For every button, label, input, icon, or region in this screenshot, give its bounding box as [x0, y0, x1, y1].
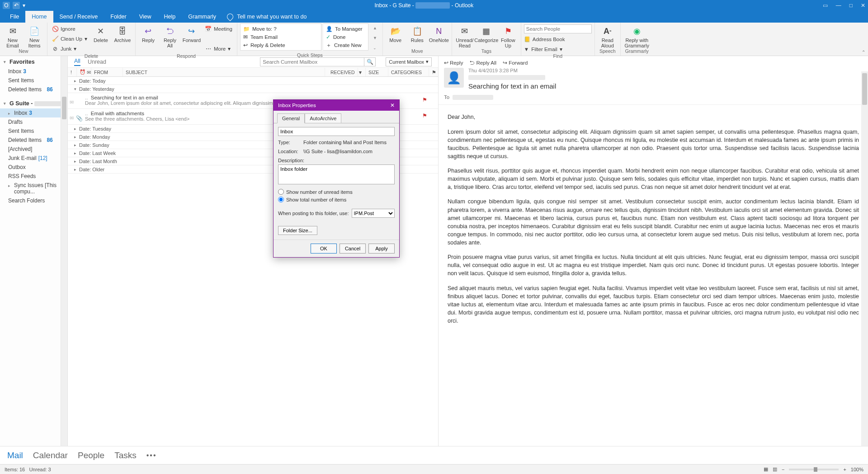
reading-forward-button[interactable]: ↪Forward: [503, 60, 528, 66]
ignore-button[interactable]: 🚫Ignore: [50, 24, 89, 33]
archive-button[interactable]: 🗄Archive: [113, 23, 132, 43]
tab-file[interactable]: File: [4, 11, 25, 23]
search-scope-dropdown[interactable]: Current Mailbox▾: [386, 57, 432, 66]
col-flag[interactable]: ⚑: [429, 68, 438, 76]
col-icon[interactable]: ✉: [84, 68, 91, 76]
reply-grammarly-button[interactable]: ◉Reply with Grammarly: [623, 23, 651, 48]
tab-help[interactable]: Help: [158, 11, 182, 23]
more-button[interactable]: ⋯More▾: [203, 44, 234, 53]
nav-rss[interactable]: RSS Feeds: [0, 172, 67, 181]
reading-scrollbar[interactable]: [861, 71, 868, 446]
nav-sync[interactable]: Sync Issues [This compu...: [0, 181, 67, 196]
new-email-button[interactable]: ✉New Email: [3, 23, 23, 48]
view-reading-icon[interactable]: ▥: [773, 466, 777, 472]
undo-icon[interactable]: ↶: [13, 2, 20, 9]
tell-me[interactable]: Tell me what you want to do: [227, 11, 307, 23]
qs-create-new[interactable]: ＋Create New: [323, 41, 368, 49]
flag-icon[interactable]: ⚑: [422, 113, 427, 119]
tab-send-receive[interactable]: Send / Receive: [53, 11, 104, 23]
folder-size-button[interactable]: Folder Size...: [278, 226, 317, 235]
view-normal-icon[interactable]: ▦: [764, 466, 768, 472]
zoom-slider[interactable]: [789, 469, 839, 470]
group-today[interactable]: ▸Date: Today: [68, 77, 438, 85]
nav-junk[interactable]: Junk E-mail[12]: [0, 154, 67, 163]
nav-calendar[interactable]: Calendar: [33, 451, 68, 460]
nav-deleted-fav[interactable]: Deleted Items 86: [0, 85, 67, 94]
nav-deleted[interactable]: Deleted Items 86: [0, 136, 67, 145]
follow-up-button[interactable]: ⚑Follow Up: [498, 23, 518, 48]
ok-button[interactable]: OK: [311, 244, 337, 253]
ribbon-display-icon[interactable]: ▭: [823, 2, 828, 9]
post-select[interactable]: IPM.Post: [352, 209, 395, 218]
account-header[interactable]: G Suite -: [0, 98, 67, 108]
delete-button[interactable]: ✕Delete: [91, 23, 111, 43]
dialog-title-bar[interactable]: Inbox Properties ✕: [274, 100, 399, 111]
tab-folder[interactable]: Folder: [104, 11, 132, 23]
rules-button[interactable]: 📋Rules: [407, 23, 427, 43]
reading-reply-all-button[interactable]: ⮌Reply All: [469, 60, 496, 66]
description-input[interactable]: Inbox folder: [278, 164, 395, 184]
qs-down-icon[interactable]: ▼: [371, 33, 379, 42]
onenote-button[interactable]: NOneNote: [429, 23, 449, 43]
zoom-out-icon[interactable]: −: [782, 467, 784, 472]
filter-all[interactable]: All: [74, 58, 80, 66]
filter-email-button[interactable]: ▼Filter Email▾: [524, 45, 592, 53]
radio-unread[interactable]: Show number of unread items: [278, 189, 395, 195]
filter-unread[interactable]: Unread: [88, 59, 106, 65]
search-people-input[interactable]: [524, 24, 592, 33]
new-items-button[interactable]: 📄New Items: [24, 23, 44, 48]
tab-view[interactable]: View: [133, 11, 158, 23]
close-icon[interactable]: ✕: [861, 2, 865, 9]
nav-tasks[interactable]: Tasks: [114, 451, 137, 460]
address-book-button[interactable]: 📒Address Book: [524, 35, 592, 43]
categorize-button[interactable]: ▦Categorize: [476, 23, 496, 43]
col-received[interactable]: RECEIVED ▼: [325, 68, 366, 76]
nav-people[interactable]: People: [78, 451, 104, 460]
nav-outbox[interactable]: Outbox: [0, 163, 67, 172]
col-reminder[interactable]: ⏰: [77, 68, 84, 76]
nav-inbox-fav[interactable]: Inbox3: [0, 67, 67, 76]
folder-name-input[interactable]: [278, 127, 395, 136]
dialog-close-icon[interactable]: ✕: [390, 102, 395, 108]
tab-home[interactable]: Home: [25, 11, 53, 23]
col-categories[interactable]: CATEGORIES: [388, 68, 429, 76]
dialog-tab-general[interactable]: General: [277, 113, 305, 123]
meeting-button[interactable]: 📅Meeting: [203, 24, 234, 33]
reply-button[interactable]: ↩Reply: [138, 23, 158, 43]
search-icon[interactable]: 🔍: [364, 57, 376, 66]
quick-steps-gallery-2[interactable]: 👤To Manager ✓Done ＋Create New: [323, 23, 368, 51]
qs-move-to[interactable]: 📁Move to: ?: [241, 25, 321, 33]
unread-read-button[interactable]: ✉Unread/ Read: [455, 23, 475, 48]
col-subject[interactable]: SUBJECT: [123, 68, 325, 76]
cleanup-button[interactable]: 🧹Clean Up▾: [50, 34, 89, 43]
reading-reply-button[interactable]: ↩Reply: [444, 60, 463, 66]
qs-up-icon[interactable]: ▲: [371, 23, 379, 33]
maximize-icon[interactable]: □: [849, 2, 853, 9]
junk-button[interactable]: ⊘Junk▾: [50, 44, 89, 53]
zoom-in-icon[interactable]: +: [843, 467, 846, 472]
search-mailbox-input[interactable]: [260, 57, 364, 66]
nav-inbox[interactable]: Inbox3: [0, 108, 67, 117]
reply-all-button[interactable]: ⮌Reply All: [160, 23, 180, 48]
nav-mail[interactable]: Mail: [7, 451, 23, 460]
nav-sent[interactable]: Sent Items: [0, 127, 67, 136]
quick-steps-gallery[interactable]: 📁Move to: ? ✉Team Email ↩Reply & Delete: [240, 23, 321, 51]
nav-archived[interactable]: [Archived]: [0, 145, 67, 154]
nav-scrollbar[interactable]: [61, 56, 67, 446]
minimize-icon[interactable]: —: [836, 2, 841, 9]
move-button[interactable]: 📂Move: [386, 23, 406, 43]
qs-team-email[interactable]: ✉Team Email: [241, 33, 321, 41]
forward-button[interactable]: ↪Forward: [182, 23, 202, 43]
qs-done[interactable]: ✓Done: [323, 33, 368, 41]
tab-grammarly[interactable]: Grammarly: [182, 11, 222, 23]
nav-more-icon[interactable]: •••: [146, 451, 157, 460]
dialog-tab-autoarchive[interactable]: AutoArchive: [305, 113, 341, 123]
qs-reply-delete[interactable]: ↩Reply & Delete: [241, 41, 321, 49]
flag-icon[interactable]: ⚑: [422, 97, 427, 103]
nav-drafts[interactable]: Drafts: [0, 117, 67, 127]
col-size[interactable]: SIZE: [366, 68, 388, 76]
apply-button[interactable]: Apply: [368, 244, 395, 253]
read-aloud-button[interactable]: A»Read Aloud: [598, 23, 618, 48]
qs-expand-icon[interactable]: ⌄: [371, 43, 379, 52]
radio-total[interactable]: Show total number of items: [278, 197, 395, 202]
